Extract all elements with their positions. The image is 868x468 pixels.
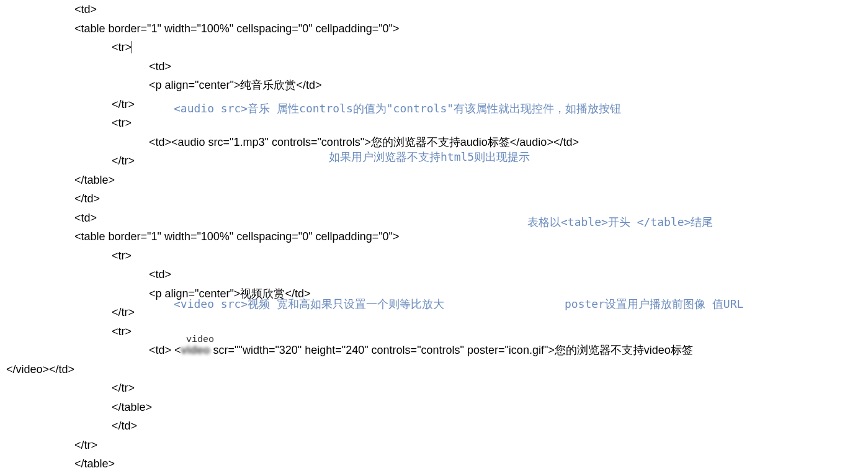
- code-line: <p align="center">纯音乐欣赏</td>: [0, 76, 868, 95]
- code-block: <td> <table border="1" width="100%" cell…: [0, 0, 868, 468]
- code-line: <td>: [0, 265, 868, 284]
- annotation-video: <video src>视频 宽和高如果只设置一个则等比放大: [174, 297, 444, 312]
- code-line: <tr>: [0, 114, 868, 133]
- code-line: </video></td>: [0, 360, 868, 379]
- code-line: </tr>: [0, 436, 868, 455]
- code-line: <td>: [0, 57, 868, 76]
- code-line: <tr>: [0, 38, 868, 57]
- code-line: </td>: [0, 416, 868, 436]
- code-line: <tr>: [0, 246, 868, 266]
- code-line: <tr>: [0, 322, 868, 341]
- code-line: <td>: [0, 0, 868, 19]
- text-cursor: [132, 41, 132, 53]
- code-line: </table>: [0, 171, 868, 190]
- blurred-tag-name: video: [181, 344, 210, 356]
- code-line: </table>: [0, 398, 868, 417]
- code-line: </td>: [0, 189, 868, 209]
- code-line: </tr>: [0, 379, 868, 398]
- code-line: <td> video <video scr=""width="320" heig…: [0, 341, 868, 360]
- annotation-audio: <audio src>音乐 属性controls的值为"controls"有该属…: [174, 101, 621, 116]
- code-line: <td><audio src="1.mp3" controls="control…: [0, 133, 868, 152]
- code-line: <table border="1" width="100%" cellspaci…: [0, 227, 868, 246]
- code-line: <td>: [0, 209, 868, 228]
- annotation-poster: poster设置用户播放前图像 值URL: [565, 297, 743, 312]
- annotation-html5-fallback: 如果用户浏览器不支持html5则出现提示: [329, 150, 530, 164]
- code-line: </table>: [0, 454, 868, 468]
- annotation-table: 表格以<table>开头 </table>结尾: [527, 215, 713, 230]
- code-line: <table border="1" width="100%" cellspaci…: [0, 19, 868, 38]
